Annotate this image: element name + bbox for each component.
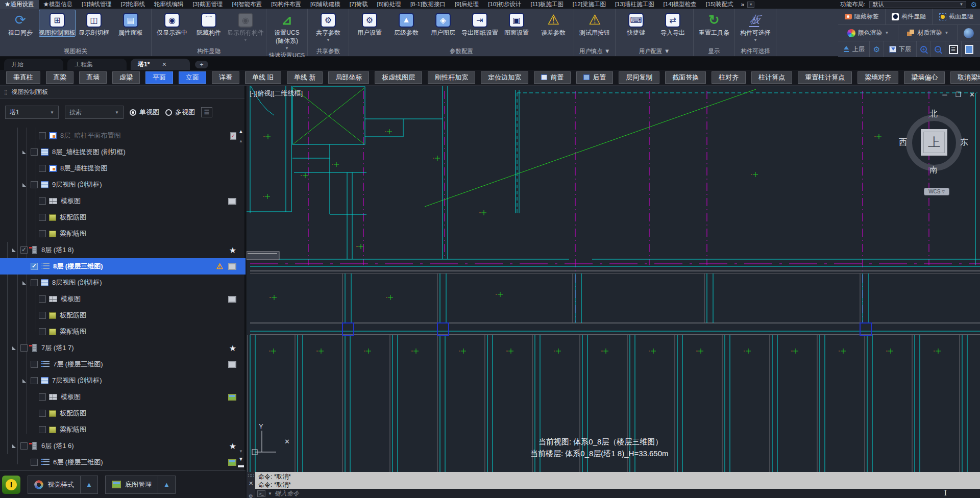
scroll-up-icon[interactable]: ▲ bbox=[237, 129, 244, 134]
tab-塔1[interactable]: 塔1*✕ bbox=[131, 59, 190, 70]
command-input-row[interactable]: >_ ▼ 键入命令 I bbox=[255, 489, 980, 498]
toolbar-button[interactable]: 层间复制 bbox=[619, 71, 659, 84]
ribbon-button[interactable]: ↻重置工具条 bbox=[696, 10, 732, 37]
lower-floor-button[interactable]: 下层 bbox=[884, 41, 917, 57]
ribbon-button[interactable]: ⚙用户设置 bbox=[351, 10, 388, 37]
close-icon[interactable]: ✕ bbox=[249, 480, 253, 487]
render-sync-button[interactable] bbox=[958, 25, 980, 41]
img-green-icon[interactable] bbox=[228, 394, 236, 401]
tree-item[interactable]: 7层视图 (剖切框) bbox=[0, 372, 246, 389]
zoom-out-button[interactable]: − bbox=[931, 41, 945, 57]
tree-item[interactable]: 6层 (塔1 6)★ bbox=[0, 438, 246, 454]
view-compass[interactable]: 北 南 西 东 上 bbox=[903, 112, 965, 173]
wrench-icon[interactable]: ⚙ bbox=[249, 493, 253, 498]
command-history[interactable]: 命令: *取消* 命令: *取消* bbox=[255, 472, 980, 489]
toolbar-button[interactable]: 重置柱计算点 bbox=[798, 71, 852, 84]
menu-item[interactable]: ★模型信息 bbox=[39, 0, 78, 9]
toolbar-button[interactable]: 局部坐标 bbox=[328, 71, 369, 84]
menu-item[interactable]: 轮廓线编辑 bbox=[150, 0, 188, 9]
tree-item[interactable]: 8层 (楼层三维图)⚠ bbox=[0, 258, 246, 275]
ribbon-collapse-icon[interactable]: ▾ bbox=[747, 2, 754, 8]
tree-checkbox[interactable] bbox=[39, 426, 46, 433]
tree-checkbox[interactable] bbox=[39, 230, 46, 237]
tree-item[interactable]: 梁配筋图 bbox=[0, 226, 246, 242]
view-list-button[interactable]: ☰ bbox=[201, 107, 212, 117]
expander-icon[interactable] bbox=[22, 379, 26, 383]
menu-item[interactable]: [1]轴线管理 bbox=[77, 0, 116, 9]
scroll-down-icon[interactable]: ▼ bbox=[237, 456, 244, 462]
command-prompt-icon[interactable]: >_ bbox=[257, 490, 265, 497]
ribbon-button[interactable]: ▣图面设置 bbox=[498, 10, 535, 37]
tree-checkbox[interactable] bbox=[39, 295, 46, 303]
viewport-header[interactable]: [-][俯视][二维线框] bbox=[250, 89, 303, 98]
tree-checkbox[interactable] bbox=[31, 459, 38, 466]
toolbar-button[interactable]: 取消梁墙偏心 bbox=[950, 71, 980, 84]
color-render-dropdown[interactable]: 颜色渲染▼ bbox=[838, 25, 898, 41]
ribbon-button[interactable]: ⟳视口同步 bbox=[2, 10, 39, 37]
tree-item[interactable]: 8层_暗柱平面布置图 bbox=[0, 128, 246, 144]
compass-south[interactable]: 南 bbox=[929, 165, 938, 176]
material-render-dropdown[interactable]: 材质渲染▼ bbox=[898, 25, 958, 41]
menu-item[interactable]: [7]荷载 bbox=[345, 0, 373, 9]
expander-icon[interactable] bbox=[12, 444, 16, 448]
expander-icon[interactable] bbox=[22, 183, 26, 187]
ribbon-button[interactable]: ▲层级参数 bbox=[388, 10, 425, 37]
menu-item[interactable]: [2]轮廓线 bbox=[116, 0, 150, 9]
tree-checkbox[interactable] bbox=[31, 263, 38, 270]
toolbar-button[interactable]: 柱对齐 bbox=[712, 71, 746, 84]
ribbon-button[interactable]: ⊞视图控制面板 bbox=[39, 10, 76, 37]
star-icon[interactable]: ★ bbox=[229, 245, 236, 255]
close-icon[interactable]: ✕ bbox=[969, 91, 975, 98]
expander-icon[interactable] bbox=[22, 151, 26, 154]
tree-item[interactable]: 7层 (塔1 7)★ bbox=[0, 340, 246, 356]
ribbon-button[interactable]: ⌒隐藏构件 bbox=[190, 10, 227, 37]
menu-item[interactable]: [13]墙柱施工图 bbox=[610, 0, 659, 9]
settings-gear-icon[interactable]: ⚙ bbox=[970, 1, 977, 9]
ribbon-button[interactable]: ▤属性面板 bbox=[112, 10, 149, 37]
panel-title-bar[interactable]: ⣿ 视图控制面板 bbox=[0, 86, 244, 99]
menu-item[interactable]: [15]装配式 bbox=[701, 0, 738, 9]
toolbar-button[interactable]: 直梁 bbox=[46, 71, 74, 84]
tree-checkbox[interactable] bbox=[31, 181, 38, 188]
compass-east[interactable]: 东 bbox=[960, 137, 968, 148]
component-visibility-button[interactable]: 构件显隐 bbox=[886, 9, 933, 24]
ribbon-button[interactable]: 板构件可选择 ▼ bbox=[737, 10, 774, 43]
menu-item[interactable]: [11]板施工图 bbox=[526, 0, 568, 9]
tree-checkbox[interactable] bbox=[39, 328, 46, 335]
menu-item[interactable]: [4]智能布置 bbox=[227, 0, 266, 9]
menu-item[interactable]: [12]梁施工图 bbox=[568, 0, 610, 9]
toolbar-button[interactable]: 垂直柱 bbox=[6, 71, 40, 84]
img-icon[interactable] bbox=[228, 263, 236, 270]
tree-item[interactable]: 梁配筋图 bbox=[0, 421, 246, 438]
toolbar-button[interactable]: 直墙 bbox=[79, 71, 107, 84]
ribbon-button[interactable]: ⇥导出图纸设置 bbox=[461, 10, 498, 37]
compass-top-face[interactable]: 上 bbox=[921, 129, 947, 156]
clip-icon[interactable] bbox=[230, 132, 236, 140]
ribbon-button[interactable]: ◉仅显示选中 bbox=[154, 10, 190, 37]
menu-item[interactable]: ★通用设置 bbox=[0, 0, 39, 9]
tree-item[interactable]: 板配筋图 bbox=[0, 209, 246, 226]
base-map-expand-button[interactable]: ▲ bbox=[158, 476, 175, 493]
tree-item[interactable]: 模板图 bbox=[0, 291, 246, 307]
tree-checkbox[interactable] bbox=[39, 312, 46, 319]
menu-item[interactable]: [8-1]数据接口 bbox=[406, 0, 450, 9]
toolbar-button[interactable]: 后置 bbox=[576, 71, 613, 84]
visual-style-expand-button[interactable]: ▲ bbox=[80, 476, 97, 493]
warn-icon[interactable]: ⚠ bbox=[216, 262, 223, 271]
view-panel-toggle-button[interactable]: ☰ bbox=[945, 41, 962, 57]
tree-item[interactable]: 板配筋图 bbox=[0, 307, 246, 323]
tree-item[interactable]: 7层 (楼层三维图) bbox=[0, 356, 246, 372]
single-view-radio[interactable]: 单视图 bbox=[130, 108, 159, 117]
toolbar-button[interactable]: 平面 bbox=[145, 71, 173, 84]
tree-checkbox[interactable] bbox=[39, 214, 46, 221]
toolbar-button[interactable]: 梁墙偏心 bbox=[904, 71, 945, 84]
tree-item[interactable]: 9层视图 (剖切框) bbox=[0, 177, 246, 193]
toolbar-button[interactable]: 立面 bbox=[179, 71, 206, 84]
toolbar-button[interactable]: 板虚线图层 bbox=[375, 71, 422, 84]
ribbon-button[interactable]: ⚠测试用按钮 bbox=[576, 10, 613, 37]
tree-item[interactable]: 模板图 bbox=[0, 193, 246, 209]
toolbar-button[interactable]: 截面替换 bbox=[665, 71, 706, 84]
menu-item[interactable]: [5]构件布置 bbox=[266, 0, 306, 9]
tree-checkbox[interactable] bbox=[39, 393, 46, 401]
compass-north[interactable]: 北 bbox=[929, 109, 938, 119]
